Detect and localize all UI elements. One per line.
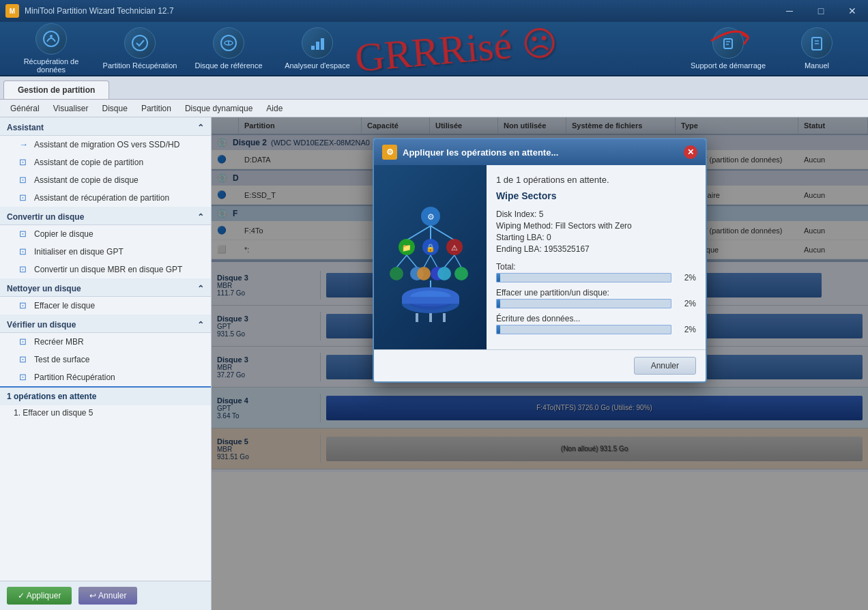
erase-disk-icon: ⊡	[19, 300, 30, 311]
pending-section: 1 opérations en attente	[0, 386, 211, 405]
progress-pct-2: 2%	[676, 325, 696, 334]
close-button[interactable]: ✕	[837, 0, 868, 22]
modal-ops-count: 1 de 1 opérations en attente.	[496, 175, 696, 185]
app-title: MiniTool Partition Wizard Technician 12.…	[25, 6, 174, 16]
svg-line-29	[454, 255, 461, 267]
copy-partition-icon: ⊡	[19, 157, 30, 168]
copy-disk-icon: ⊡	[19, 175, 30, 186]
svg-line-25	[407, 255, 417, 267]
progress-label-0: Total:	[496, 262, 696, 272]
svg-line-15	[407, 226, 431, 240]
progress-row-2: 2%	[496, 325, 696, 334]
sidebar-item-migration[interactable]: → Assistant de migration OS vers SSD/HD	[0, 136, 211, 154]
title-bar: M MiniTool Partition Wizard Technician 1…	[0, 0, 868, 22]
modal-cancel-button[interactable]: Annuler	[634, 357, 696, 375]
maximize-button[interactable]: □	[805, 0, 837, 22]
sidebar-bottom-buttons: ✓ Appliquer ↩ Annuler	[0, 581, 212, 610]
recovery-icon: ⊡	[19, 192, 30, 203]
modal-detail-2: Starting LBA: 0	[496, 233, 696, 242]
menu-partition[interactable]: Partition	[134, 102, 178, 115]
svg-line-27	[431, 255, 437, 267]
data-recovery-label: Récupération de données	[10, 57, 92, 74]
menu-visualiser[interactable]: Visualiser	[46, 102, 96, 115]
copy-disk-2-icon: ⊡	[19, 229, 30, 239]
modal-op-title: Wipe Sectors	[496, 190, 696, 201]
partition-recovery-label: Partition Récupération	[103, 61, 177, 70]
migration-icon: →	[19, 139, 30, 150]
svg-line-28	[444, 255, 454, 267]
sidebar-item-recreate-mbr[interactable]: ⊡ Recréer MBR	[0, 333, 211, 351]
svg-point-34	[437, 267, 451, 280]
svg-point-32	[417, 267, 431, 280]
apply-button[interactable]: ✓ Appliquer	[7, 587, 72, 605]
tool-disk-reference[interactable]: Disque de référence	[184, 24, 273, 73]
modal-detail-3: Ending LBA: 1953525167	[496, 244, 696, 254]
sidebar-item-init-gpt[interactable]: ⊡ Initialiser en disque GPT	[0, 243, 211, 261]
tool-partition-recovery[interactable]: Partition Récupération	[96, 24, 184, 73]
modal-overlay: ⚙ Appliquer les opérations en attente...…	[212, 117, 868, 610]
svg-text:📁: 📁	[402, 243, 411, 252]
sidebar-item-partition-recovery[interactable]: ⊡ Partition Récupération	[0, 368, 211, 386]
surface-test-icon: ⊡	[19, 354, 30, 365]
modal-body: ⚙ 📁 🔒 ⚠	[374, 165, 706, 349]
svg-point-30	[390, 267, 403, 280]
modal-detail-1: Wiping Method: Fill Sectors with Zero	[496, 221, 696, 231]
modal-title-content: ⚙ Appliquer les opérations en attente...	[382, 145, 558, 160]
modal-close-button[interactable]: ✕	[684, 145, 697, 159]
svg-rect-7	[316, 42, 319, 50]
convert-mbr-icon: ⊡	[19, 264, 30, 275]
progress-label-1: Effacer une partition/un disque:	[496, 288, 696, 297]
space-analyzer-icon	[302, 27, 333, 59]
tab-bar: Gestion de partition	[0, 76, 868, 100]
sidebar-section-convert: Convertir un disque ⌃	[0, 207, 211, 225]
svg-line-17	[431, 226, 454, 240]
svg-rect-6	[311, 46, 315, 50]
progress-bar-fill-0	[497, 274, 500, 282]
menu-disque-dynamique[interactable]: Disque dynamique	[178, 102, 259, 115]
menu-bar: Général Visualiser Disque Partition Disq…	[0, 100, 868, 117]
sidebar-item-copy-disk-2[interactable]: ⊡ Copier le disque	[0, 225, 211, 243]
sidebar: Assistant ⌃ → Assistant de migration OS …	[0, 117, 212, 610]
partition-recovery-side-icon: ⊡	[19, 372, 30, 383]
sidebar-section-clean: Nettoyer un disque ⌃	[0, 278, 211, 297]
progress-row-0: 2%	[496, 273, 696, 282]
modal-dialog: ⚙ Appliquer les opérations en attente...…	[373, 138, 707, 383]
tab-partition-management[interactable]: Gestion de partition	[3, 81, 109, 99]
tool-manual[interactable]: Manuel	[772, 24, 861, 73]
progress-bar-bg-2	[496, 325, 671, 334]
sidebar-item-recovery-assistant[interactable]: ⊡ Assistant de récupération de partition	[0, 189, 211, 207]
manual-label: Manuel	[805, 61, 829, 70]
svg-rect-41	[402, 297, 459, 304]
window-controls: ─ □ ✕	[774, 0, 868, 22]
cancel-button-sidebar[interactable]: ↩ Annuler	[78, 587, 137, 605]
data-recovery-icon	[35, 23, 67, 55]
boot-support-label: Support de démarrage	[691, 61, 766, 70]
svg-text:⚠: ⚠	[451, 244, 458, 252]
tool-space-analyzer[interactable]: Analyseur d'espace	[273, 24, 362, 73]
sidebar-item-convert-mbr-gpt[interactable]: ⊡ Convertir un disque MBR en disque GPT	[0, 261, 211, 278]
progress-bar-fill-2	[497, 325, 500, 334]
modal-detail-0: Disk Index: 5	[496, 209, 696, 219]
menu-general[interactable]: Général	[3, 102, 46, 115]
sidebar-item-copy-partition[interactable]: ⊡ Assistant de copie de partition	[0, 154, 211, 171]
svg-text:🔒: 🔒	[426, 243, 435, 252]
modal-icon: ⚙	[382, 145, 397, 160]
sidebar-section-assistant: Assistant ⌃	[0, 117, 211, 136]
sidebar-item-surface-test[interactable]: ⊡ Test de surface	[0, 351, 211, 368]
disk-wipe-illustration: ⚙ 📁 🔒 ⚠	[383, 189, 478, 325]
sidebar-item-erase-disk[interactable]: ⊡ Effacer le disque	[0, 297, 211, 315]
pending-item-1: 1. Effacer un disque 5	[0, 405, 211, 420]
modal-footer: Annuler	[374, 349, 706, 381]
app-icon: M	[5, 4, 19, 18]
menu-disque[interactable]: Disque	[96, 102, 134, 115]
menu-aide[interactable]: Aide	[259, 102, 289, 115]
svg-rect-8	[321, 38, 324, 50]
tool-data-recovery[interactable]: Récupération de données	[7, 20, 96, 77]
svg-line-26	[424, 255, 431, 267]
partition-recovery-icon	[124, 27, 156, 59]
svg-point-2	[132, 35, 147, 50]
progress-bar-bg-1	[496, 299, 671, 308]
content-area: Partition Capacité Utilisée Non utilisée…	[212, 117, 868, 610]
minimize-button[interactable]: ─	[774, 0, 805, 22]
sidebar-item-copy-disk[interactable]: ⊡ Assistant de copie de disque	[0, 171, 211, 189]
